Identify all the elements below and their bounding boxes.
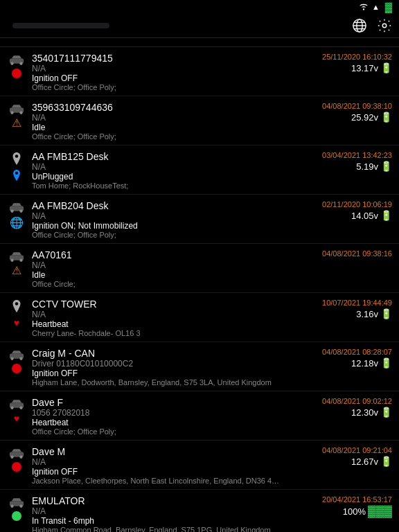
vehicle-icon [8,349,26,362]
device-name: Craig M - CAN [32,348,303,359]
device-item[interactable]: ♥ Dave F 1056 27082018 Heartbeat Office … [0,391,399,441]
svg-point-8 [19,62,22,65]
device-voltage: 13.17v 🔋 [351,62,392,73]
device-item[interactable]: Dave M N/A Ignition OFF Jackson Place, C… [0,441,399,490]
svg-point-19 [19,259,22,262]
device-status: Heartbeat [32,319,303,329]
vehicle-icon [8,447,26,461]
device-date: 04/08/2021 08:28:07 [322,348,392,356]
device-icon: 🌐 [7,200,26,229]
vehicle-icon [8,103,26,116]
search-input[interactable] [12,23,109,28]
svg-point-10 [10,112,13,114]
device-right: 03/04/2021 13:42:23 5.19v 🔋 [309,151,392,172]
device-status: Idle [32,123,303,132]
device-right: 10/07/2021 19:44:49 3.16v 🔋 [309,299,392,319]
svg-point-31 [10,505,13,508]
device-date: 04/08/2021 09:21:04 [322,446,392,454]
svg-point-18 [10,259,13,262]
device-item[interactable]: Craig M - CAN Driver 01180C01010000C2 Ig… [0,342,399,391]
device-sub: Driver 01180C01010000C2 [32,359,303,369]
device-name: AA FMB204 Desk [32,200,303,211]
device-voltage: 12.18v 🔋 [351,357,392,369]
device-name: Dave F [32,397,303,408]
status-icon: ⚠ [12,265,21,276]
status-icon: ⚠ [12,118,21,129]
device-address: Office Circle; Office Poly; [32,83,281,91]
device-voltage: 25.92v 🔋 [351,112,392,123]
vehicle-icon [11,300,22,316]
device-icon: ⚠ [7,102,26,129]
device-address: Tom Home; RockHouseTest; [32,181,281,190]
device-voltage: 14.05v 🔋 [351,210,392,221]
svg-point-13 [15,172,18,175]
device-date: 04/08/2021 09:38:10 [322,102,392,110]
device-date: 03/04/2021 13:42:23 [322,151,392,159]
device-status: Ignition ON; Not Immobilized [32,221,303,231]
device-name: Dave M [32,446,303,457]
device-icon: ♥ [7,397,26,424]
device-date: 04/08/2021 09:02:12 [322,397,392,405]
svg-point-26 [19,407,22,409]
device-item[interactable]: EMULATOR N/A In Transit - 6mph Higham Co… [0,490,399,532]
device-date: 25/11/2020 16:10:32 [322,53,392,61]
device-info: AA FMB125 Desk N/A UnPlugged Tom Home; R… [32,151,303,190]
device-right: 04/08/2021 09:02:12 12.30v 🔋 [309,397,392,418]
device-item[interactable]: 354017111779415 N/A Ignition OFF Office … [0,47,399,96]
svg-point-12 [15,154,19,158]
device-info: AA70161 N/A Idle Office Circle; [32,249,303,288]
vehicle-icon [8,497,26,510]
device-icon [7,151,26,184]
device-voltage: 3.16v 🔋 [356,308,392,319]
device-sub: N/A [32,162,303,172]
device-date: 10/07/2021 19:44:49 [322,299,392,307]
svg-point-15 [10,210,13,213]
top-nav [0,14,399,38]
group-bar [0,38,399,47]
status-icon: 🌐 [10,216,24,229]
signal-icon: ▲ [372,3,380,11]
vehicle-icon [8,251,26,264]
device-address: Office Circle; Office Poly; [32,427,281,436]
device-sub: N/A [32,64,303,73]
status-bar: ▲ ▓ [0,0,399,14]
device-status: In Transit - 6mph [32,516,303,526]
vehicle-icon [8,398,26,411]
device-status: Idle [32,270,303,280]
device-item[interactable]: ⚠ AA70161 N/A Idle Office Circle; 04/08/… [0,244,399,293]
device-name: EMULATOR [32,495,303,506]
device-status: Ignition OFF [32,73,303,83]
device-voltage: 12.30v 🔋 [351,407,392,418]
svg-point-25 [10,407,13,409]
status-icon [12,364,21,375]
device-info: Dave M N/A Ignition OFF Jackson Place, C… [32,446,303,485]
svg-point-32 [19,505,22,508]
device-name: AA FMB125 Desk [32,151,303,162]
device-right: 20/04/2021 16:53:17 100% ▓▓▓ [309,495,392,517]
device-item[interactable]: ⚠ 359633109744636 N/A Idle Office Circle… [0,96,399,145]
device-right: 25/11/2020 16:10:32 13.17v 🔋 [309,53,392,73]
device-item[interactable]: AA FMB125 Desk N/A UnPlugged Tom Home; R… [0,145,399,195]
device-voltage: 12.67v 🔋 [351,456,392,467]
device-status: Ignition OFF [32,369,303,378]
device-name: CCTV TOWER [32,299,303,310]
globe-icon[interactable] [352,18,367,33]
gear-icon[interactable] [377,18,392,33]
device-date: 02/11/2020 10:06:19 [322,200,392,209]
device-info: EMULATOR N/A In Transit - 6mph Higham Co… [32,495,303,532]
device-address: Office Circle; Office Poly; [32,231,281,239]
device-item[interactable]: 🌐 AA FMB204 Desk N/A Ignition ON; Not Im… [0,195,399,244]
svg-point-5 [382,24,387,28]
device-icon [7,53,26,80]
device-address: Cherry Lane- Rochdale- OL16 3 [32,329,281,337]
device-status: Ignition OFF [32,467,303,477]
device-name: AA70161 [32,249,303,260]
svg-point-11 [19,112,22,114]
device-info: CCTV TOWER N/A Heartbeat Cherry Lane- Ro… [32,299,303,337]
device-info: 354017111779415 N/A Ignition OFF Office … [32,53,303,91]
device-icon: ♥ [7,299,26,328]
device-address: Higham Common Road, Barnsley, England, S… [32,526,281,532]
device-item[interactable]: ♥ CCTV TOWER N/A Heartbeat Cherry Lane- … [0,293,399,342]
status-icon [12,511,21,523]
svg-point-20 [15,302,19,305]
